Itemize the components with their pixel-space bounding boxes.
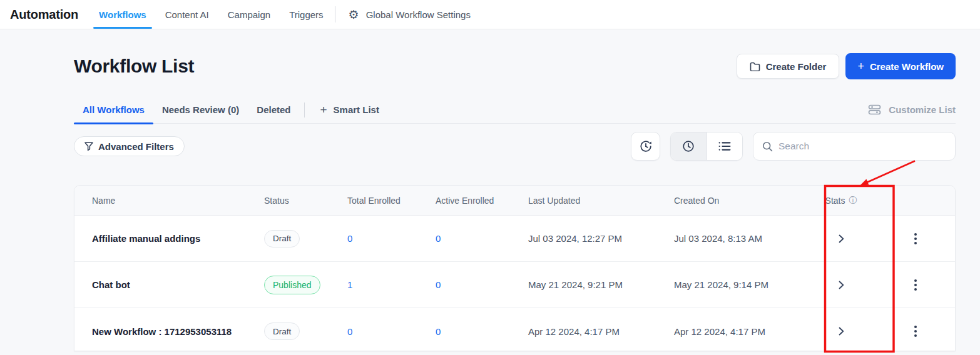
filter-funnel-icon bbox=[84, 142, 93, 151]
smart-list-label: Smart List bbox=[334, 104, 379, 115]
settings-label: Global Workflow Settings bbox=[366, 9, 471, 20]
last-updated-value: Apr 12 2024, 4:17 PM bbox=[528, 326, 674, 337]
list-tabs: All Workflows Needs Review (0) Deleted +… bbox=[74, 96, 956, 124]
row-menu-button[interactable] bbox=[909, 276, 922, 294]
top-nav: Automation Workflows Content AI Campaign… bbox=[0, 0, 980, 29]
main-content: Workflow List Create Folder + Create Wor… bbox=[0, 53, 980, 351]
history-clock-icon bbox=[639, 139, 653, 153]
total-enrolled-link[interactable]: 0 bbox=[347, 233, 352, 244]
top-tab-triggers[interactable]: Triggers bbox=[280, 0, 332, 29]
created-on-value: Jul 03 2024, 8:13 AM bbox=[674, 233, 807, 244]
active-enrolled-link[interactable]: 0 bbox=[436, 326, 441, 337]
gear-icon: ⚙ bbox=[349, 9, 359, 21]
page-header: Workflow List Create Folder + Create Wor… bbox=[74, 53, 956, 79]
folder-icon bbox=[750, 62, 760, 71]
toolbar-right bbox=[631, 132, 956, 161]
top-tab-workflows[interactable]: Workflows bbox=[89, 0, 156, 29]
tab-needs-review[interactable]: Needs Review (0) bbox=[153, 96, 248, 124]
top-tab-campaign[interactable]: Campaign bbox=[218, 0, 280, 29]
column-header-active-enrolled: Active Enrolled bbox=[436, 196, 528, 206]
workflow-table: Name Status Total Enrolled Active Enroll… bbox=[74, 185, 956, 351]
app-title: Automation bbox=[10, 8, 78, 22]
column-header-name: Name bbox=[74, 196, 264, 206]
row-menu-button[interactable] bbox=[909, 230, 922, 248]
create-folder-label: Create Folder bbox=[766, 61, 827, 72]
chevron-right-icon bbox=[839, 327, 844, 336]
column-header-last-updated: Last Updated bbox=[528, 196, 674, 206]
active-enrolled-link[interactable]: 0 bbox=[436, 279, 441, 290]
column-header-total-enrolled: Total Enrolled bbox=[347, 196, 436, 206]
plus-icon: + bbox=[320, 104, 327, 116]
table-header-row: Name Status Total Enrolled Active Enroll… bbox=[74, 186, 955, 216]
view-toggle bbox=[670, 132, 743, 161]
list-view-button[interactable] bbox=[707, 132, 743, 160]
chevron-right-icon bbox=[839, 281, 844, 289]
stats-expand-button[interactable] bbox=[836, 232, 847, 246]
created-on-value: May 21 2024, 9:14 PM bbox=[674, 279, 807, 290]
advanced-filters-label: Advanced Filters bbox=[98, 141, 174, 152]
workflow-name[interactable]: New Workflow : 1712953053118 bbox=[74, 326, 264, 337]
page-title: Workflow List bbox=[74, 56, 194, 77]
create-workflow-button[interactable]: + Create Workflow bbox=[845, 53, 956, 79]
recent-view-button[interactable] bbox=[671, 132, 707, 160]
top-nav-tabs: Workflows Content AI Campaign Triggers bbox=[89, 0, 332, 29]
tab-deleted[interactable]: Deleted bbox=[248, 96, 299, 124]
last-updated-value: May 21 2024, 9:21 PM bbox=[528, 279, 674, 290]
toolbar: Advanced Filters bbox=[74, 132, 956, 161]
table-row[interactable]: Chat bot Published 1 0 May 21 2024, 9:21… bbox=[74, 262, 955, 308]
total-enrolled-link[interactable]: 0 bbox=[347, 326, 352, 337]
table-row[interactable]: Affiliate manual addings Draft 0 0 Jul 0… bbox=[74, 216, 955, 262]
header-actions: Create Folder + Create Workflow bbox=[737, 53, 956, 79]
created-on-value: Apr 12 2024, 4:17 PM bbox=[674, 326, 807, 337]
advanced-filters-button[interactable]: Advanced Filters bbox=[74, 136, 185, 156]
column-header-stats: Stats ⓘ bbox=[807, 195, 875, 206]
search-input[interactable] bbox=[778, 141, 946, 152]
smart-list-button[interactable]: + Smart List bbox=[320, 104, 379, 116]
row-menu-button[interactable] bbox=[909, 322, 922, 340]
column-header-created-on: Created On bbox=[674, 196, 807, 206]
search-icon bbox=[762, 141, 773, 152]
history-button[interactable] bbox=[631, 132, 660, 161]
customize-list-icon bbox=[868, 104, 881, 115]
info-icon[interactable]: ⓘ bbox=[849, 195, 857, 206]
customize-list-button[interactable]: Customize List bbox=[868, 104, 956, 115]
divider bbox=[335, 6, 335, 22]
top-tab-content-ai[interactable]: Content AI bbox=[156, 0, 218, 29]
divider bbox=[304, 102, 305, 118]
chevron-right-icon bbox=[839, 234, 844, 243]
create-folder-button[interactable]: Create Folder bbox=[737, 54, 840, 79]
status-badge: Draft bbox=[264, 322, 300, 340]
status-badge: Draft bbox=[264, 230, 300, 248]
plus-icon: + bbox=[857, 61, 864, 72]
customize-list-label: Customize List bbox=[889, 104, 956, 115]
active-enrolled-link[interactable]: 0 bbox=[436, 233, 441, 244]
workflow-name[interactable]: Affiliate manual addings bbox=[74, 233, 264, 244]
table-row[interactable]: New Workflow : 1712953053118 Draft 0 0 A… bbox=[74, 308, 955, 351]
column-header-status: Status bbox=[264, 196, 347, 206]
total-enrolled-link[interactable]: 1 bbox=[347, 279, 352, 290]
last-updated-value: Jul 03 2024, 12:27 PM bbox=[528, 233, 674, 244]
global-workflow-settings-button[interactable]: ⚙ Global Workflow Settings bbox=[349, 9, 471, 21]
create-workflow-label: Create Workflow bbox=[870, 61, 944, 72]
search-box[interactable] bbox=[753, 132, 956, 161]
workflow-name[interactable]: Chat bot bbox=[74, 279, 264, 290]
stats-expand-button[interactable] bbox=[836, 278, 847, 292]
list-icon bbox=[718, 141, 731, 151]
clock-icon bbox=[681, 139, 695, 153]
status-badge: Published bbox=[264, 276, 320, 294]
stats-expand-button[interactable] bbox=[836, 324, 847, 338]
tab-all-workflows[interactable]: All Workflows bbox=[74, 96, 153, 124]
